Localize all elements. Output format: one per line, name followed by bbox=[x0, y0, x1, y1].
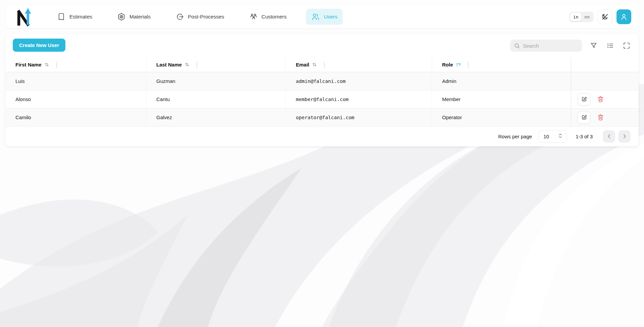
tab-estimates[interactable]: Estimates bbox=[52, 9, 98, 25]
create-new-user-button[interactable]: Create New User bbox=[13, 39, 65, 52]
cell-last-name: Cantu bbox=[146, 90, 285, 108]
cell-email: admin@falcani.com bbox=[285, 72, 432, 90]
column-menu-icon[interactable] bbox=[322, 62, 327, 68]
tab-materials[interactable]: Materials bbox=[112, 9, 156, 25]
cell-first-name: Alonso bbox=[5, 90, 146, 108]
document-icon bbox=[57, 12, 66, 21]
unit-option-in[interactable]: in bbox=[570, 13, 582, 21]
edit-pencil-icon bbox=[581, 114, 587, 121]
tab-customers[interactable]: Customers bbox=[244, 9, 292, 25]
column-header-role[interactable]: Role bbox=[432, 57, 571, 72]
process-arrow-icon bbox=[175, 12, 184, 21]
table-row[interactable]: Camilo Galvez operator@falcani.com Opera… bbox=[5, 108, 639, 127]
cell-role: Admin bbox=[432, 72, 571, 90]
density-icon bbox=[606, 42, 614, 50]
cell-email: operator@falcani.com bbox=[285, 108, 432, 126]
cell-role: Member bbox=[432, 90, 571, 108]
cell-actions bbox=[571, 90, 639, 108]
top-navbar: Estimates Materials Post-Processes Custo… bbox=[5, 5, 639, 28]
navbar-right-controls: in mm bbox=[569, 9, 631, 24]
cell-first-name: Luis bbox=[5, 72, 146, 90]
cell-role: Operator bbox=[432, 108, 571, 126]
filter-button[interactable] bbox=[589, 41, 598, 50]
tab-label: Users bbox=[324, 14, 337, 20]
tab-users[interactable]: Users bbox=[306, 9, 342, 25]
table-row[interactable]: Alonso Cantu member@falcani.com Member bbox=[5, 90, 639, 108]
unit-toggle: in mm bbox=[569, 12, 594, 22]
cell-email: member@falcani.com bbox=[285, 90, 432, 108]
column-menu-icon[interactable] bbox=[54, 62, 59, 68]
cell-actions bbox=[571, 72, 639, 90]
customers-icon bbox=[249, 12, 258, 21]
rows-per-page-value: 10 bbox=[543, 134, 549, 139]
cell-actions bbox=[571, 108, 639, 126]
table-footer: Rows per page 10 1-3 of 3 bbox=[5, 127, 639, 146]
table-row[interactable]: Luis Guzman admin@falcani.com Admin bbox=[5, 72, 639, 90]
select-caret-icon bbox=[558, 133, 562, 140]
table-toolbar: Create New User bbox=[5, 34, 639, 57]
next-page-button[interactable] bbox=[618, 130, 631, 143]
n-arrow-logo-icon bbox=[15, 7, 34, 27]
delete-user-button[interactable] bbox=[596, 95, 605, 104]
sort-ascending-icon[interactable] bbox=[455, 62, 461, 67]
pagination-range: 1-3 of 3 bbox=[576, 134, 593, 139]
person-icon bbox=[620, 12, 628, 21]
column-header-actions bbox=[571, 57, 639, 72]
rows-per-page-label: Rows per page bbox=[498, 134, 532, 139]
previous-page-button[interactable] bbox=[603, 130, 615, 143]
column-header-email[interactable]: Email bbox=[285, 57, 432, 72]
search-icon bbox=[514, 43, 520, 49]
cell-last-name: Guzman bbox=[146, 72, 285, 90]
column-menu-icon[interactable] bbox=[466, 62, 471, 68]
column-menu-icon[interactable] bbox=[195, 62, 199, 68]
account-button[interactable] bbox=[616, 9, 631, 24]
hexagon-box-icon bbox=[117, 12, 126, 21]
search-input[interactable] bbox=[523, 43, 578, 49]
toolbar-right bbox=[510, 40, 631, 52]
chevron-right-icon bbox=[622, 134, 627, 139]
fullscreen-button[interactable] bbox=[622, 41, 631, 50]
chevron-left-icon bbox=[606, 134, 612, 139]
fullscreen-icon bbox=[623, 42, 631, 50]
tab-post-processes[interactable]: Post-Processes bbox=[170, 9, 230, 25]
users-panel: Create New User First Name Last Name bbox=[5, 34, 639, 146]
search-box bbox=[510, 40, 582, 52]
moon-off-icon bbox=[601, 13, 609, 21]
column-header-first-name[interactable]: First Name bbox=[5, 57, 146, 72]
trash-icon bbox=[597, 95, 604, 103]
sort-arrows-icon[interactable] bbox=[44, 62, 50, 67]
edit-pencil-icon bbox=[581, 96, 587, 102]
theme-toggle-button[interactable] bbox=[598, 9, 612, 24]
tab-label: Materials bbox=[129, 14, 151, 20]
trash-icon bbox=[597, 113, 604, 121]
pager bbox=[603, 130, 631, 143]
main-tabs: Estimates Materials Post-Processes Custo… bbox=[52, 9, 343, 25]
tab-label: Estimates bbox=[69, 14, 92, 20]
cell-first-name: Camilo bbox=[5, 108, 146, 126]
cell-last-name: Galvez bbox=[146, 108, 285, 126]
sort-arrows-icon[interactable] bbox=[184, 62, 190, 67]
delete-user-button[interactable] bbox=[596, 113, 605, 122]
sort-arrows-icon[interactable] bbox=[312, 62, 317, 67]
users-icon bbox=[311, 12, 320, 21]
tab-label: Post-Processes bbox=[188, 14, 224, 20]
column-header-last-name[interactable]: Last Name bbox=[146, 57, 285, 72]
density-button[interactable] bbox=[605, 41, 615, 50]
edit-user-button[interactable] bbox=[578, 93, 590, 106]
filter-icon bbox=[590, 42, 598, 50]
edit-user-button[interactable] bbox=[578, 111, 590, 124]
rows-per-page-select[interactable]: 10 bbox=[538, 130, 567, 143]
unit-option-mm[interactable]: mm bbox=[581, 13, 593, 21]
table-header-row: First Name Last Name Email Role bbox=[5, 57, 639, 72]
tab-label: Customers bbox=[262, 14, 287, 20]
table-body: Luis Guzman admin@falcani.com Admin Alon… bbox=[5, 72, 639, 127]
